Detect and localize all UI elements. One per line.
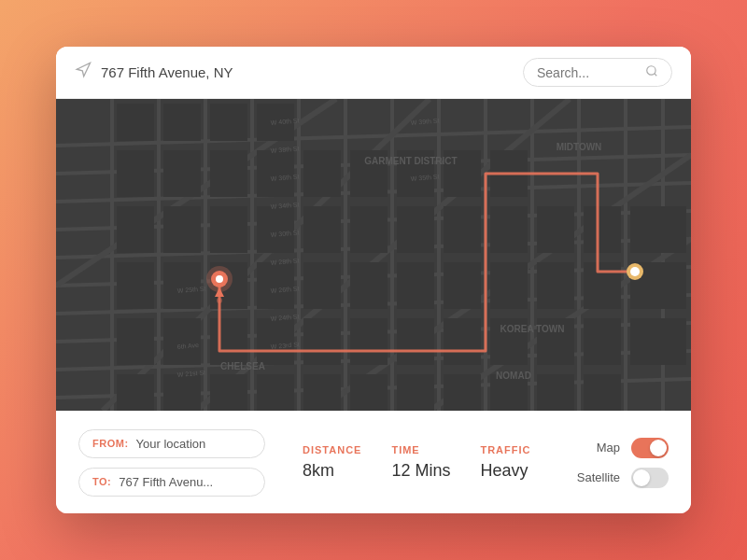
svg-rect-81 — [117, 374, 154, 411]
search-input[interactable] — [537, 65, 638, 80]
svg-rect-53 — [490, 206, 528, 253]
traffic-label: TRAFFIC — [480, 444, 530, 455]
svg-rect-51 — [397, 206, 434, 253]
from-field[interactable]: FROM: Your location — [78, 429, 265, 458]
svg-rect-52 — [444, 206, 481, 253]
svg-rect-37 — [163, 150, 201, 197]
svg-rect-76 — [444, 318, 481, 365]
svg-rect-86 — [350, 374, 388, 411]
svg-rect-45 — [117, 206, 154, 253]
time-label: TIME — [391, 444, 450, 455]
distance-value: 8km — [303, 461, 361, 481]
map-toggle-thumb — [650, 440, 667, 456]
svg-rect-74 — [350, 318, 388, 365]
header-left: 767 Fifth Avenue, NY — [75, 62, 233, 83]
svg-rect-84 — [257, 374, 294, 411]
svg-text:GARMENT DISTRICT: GARMENT DISTRICT — [364, 156, 457, 166]
header: 767 Fifth Avenue, NY — [56, 47, 691, 99]
map-card: 767 Fifth Avenue, NY — [56, 47, 691, 513]
svg-rect-36 — [117, 150, 154, 197]
svg-rect-34 — [210, 104, 247, 141]
from-value: Your location — [136, 437, 206, 451]
svg-rect-67 — [584, 262, 621, 309]
satellite-toggle-thumb — [633, 469, 650, 486]
map-area: W 40th St W 38th St W 36th St W 34th St … — [56, 99, 691, 411]
svg-rect-33 — [163, 104, 201, 141]
svg-rect-61 — [303, 262, 341, 309]
map-toggle-row: Map — [573, 438, 669, 458]
svg-point-115 — [217, 298, 222, 303]
footer: FROM: Your location TO: 767 Fifth Avenu.… — [56, 411, 691, 513]
svg-text:NOMAD: NOMAD — [496, 371, 531, 381]
to-label: TO: — [92, 476, 111, 487]
svg-rect-47 — [210, 206, 247, 253]
svg-rect-54 — [537, 206, 574, 253]
map-svg: W 40th St W 38th St W 36th St W 34th St … — [56, 99, 691, 411]
svg-rect-62 — [350, 262, 388, 309]
svg-rect-73 — [303, 318, 341, 365]
search-box[interactable] — [523, 58, 672, 87]
search-icon — [645, 64, 658, 80]
from-label: FROM: — [92, 438, 129, 449]
svg-rect-71 — [210, 318, 247, 365]
svg-rect-88 — [444, 374, 481, 411]
stats: DISTANCE 8km TIME 12 Mins TRAFFIC Heavy — [303, 444, 573, 481]
svg-rect-56 — [630, 206, 686, 253]
traffic-value: Heavy — [480, 461, 530, 481]
map-toggle-switch[interactable] — [631, 438, 669, 458]
svg-rect-91 — [584, 374, 621, 411]
svg-rect-49 — [303, 206, 341, 253]
svg-rect-75 — [397, 318, 434, 365]
svg-rect-80 — [630, 318, 686, 365]
svg-point-117 — [630, 267, 640, 276]
svg-rect-55 — [584, 206, 621, 253]
to-value: 767 Fifth Avenu... — [119, 475, 213, 489]
satellite-toggle-switch[interactable] — [631, 468, 669, 488]
time-stat: TIME 12 Mins — [391, 444, 450, 481]
svg-rect-64 — [444, 262, 481, 309]
navigation-icon — [75, 62, 92, 83]
svg-rect-79 — [584, 318, 621, 365]
header-address: 767 Fifth Avenue, NY — [101, 64, 233, 80]
svg-rect-69 — [117, 318, 154, 365]
svg-rect-50 — [350, 206, 388, 253]
svg-rect-57 — [117, 262, 154, 309]
svg-point-1 — [647, 66, 655, 75]
map-toggles: Map Satellite — [573, 438, 669, 488]
svg-rect-66 — [537, 262, 574, 309]
svg-rect-85 — [303, 374, 341, 411]
svg-rect-82 — [163, 374, 201, 411]
svg-text:CHELSEA: CHELSEA — [220, 361, 265, 371]
svg-rect-83 — [210, 374, 247, 411]
to-field[interactable]: TO: 767 Fifth Avenu... — [78, 468, 265, 497]
traffic-stat: TRAFFIC Heavy — [480, 444, 530, 481]
svg-rect-65 — [490, 262, 528, 309]
distance-label: DISTANCE — [303, 444, 361, 455]
svg-text:MIDTOWN: MIDTOWN — [557, 142, 602, 152]
svg-point-113 — [216, 275, 223, 283]
route-inputs: FROM: Your location TO: 767 Fifth Avenu.… — [78, 429, 265, 497]
svg-rect-38 — [210, 150, 247, 197]
distance-stat: DISTANCE 8km — [303, 444, 361, 481]
svg-rect-63 — [397, 262, 434, 309]
svg-rect-87 — [397, 374, 434, 411]
time-value: 12 Mins — [391, 461, 450, 481]
svg-rect-32 — [117, 104, 154, 141]
svg-rect-90 — [537, 374, 574, 411]
svg-marker-0 — [77, 63, 90, 77]
svg-rect-40 — [303, 150, 341, 197]
svg-rect-46 — [163, 206, 201, 253]
svg-line-2 — [655, 74, 657, 77]
map-toggle-label: Map — [573, 441, 620, 455]
satellite-toggle-label: Satellite — [573, 470, 620, 484]
satellite-toggle-row: Satellite — [573, 468, 669, 488]
svg-text:KOREA TOWN: KOREA TOWN — [500, 324, 565, 334]
